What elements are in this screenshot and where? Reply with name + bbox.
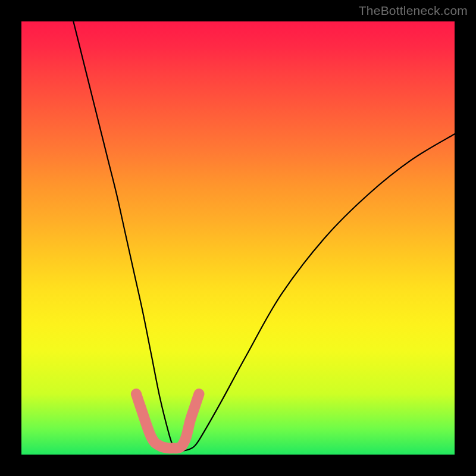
chart-frame: TheBottleneck.com (0, 0, 476, 476)
watermark-text: TheBottleneck.com (359, 4, 468, 18)
bottleneck-curve (73, 21, 455, 451)
marker-band (136, 394, 199, 448)
plot-area (21, 21, 455, 455)
curve-layer (21, 21, 455, 455)
